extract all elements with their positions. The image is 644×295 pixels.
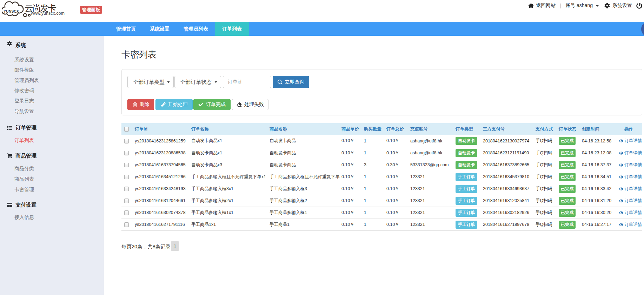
svg-text:YUNSCX: YUNSCX <box>4 9 19 13</box>
